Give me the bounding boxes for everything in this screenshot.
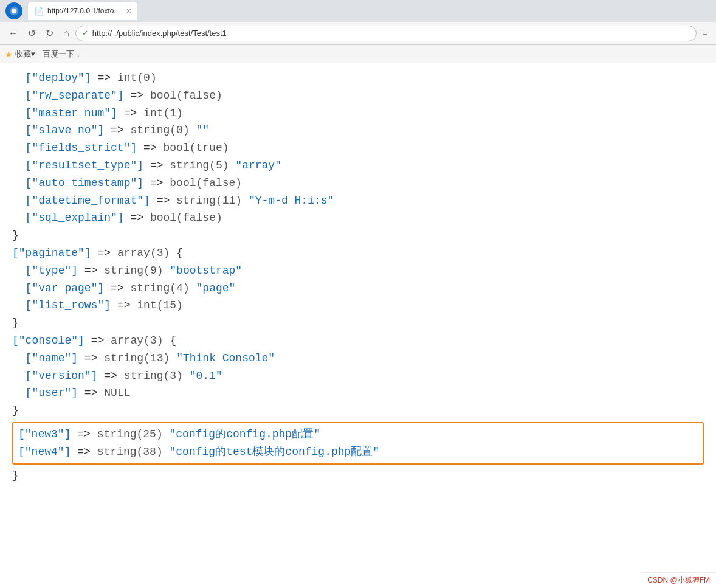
highlight-box: ["new3"] => string(25) "config的config.ph…: [12, 422, 704, 465]
back-button[interactable]: ←: [5, 26, 22, 41]
code-line-15: }: [12, 314, 704, 332]
code-line-01: ["deploy"] => int(0): [12, 69, 704, 87]
refresh-icon: ↺: [28, 28, 36, 38]
forward-icon: ↻: [46, 28, 53, 38]
bookmark-favorites[interactable]: ★ 收藏▾: [5, 49, 35, 60]
title-bar: 📄 http://127.0.0.1/foxto... ×: [0, 0, 716, 22]
code-line-12: ["type"] => string(9) "bootstrap": [12, 262, 704, 280]
code-line-06: ["resultset_type"] => string(5) "array": [12, 157, 704, 175]
code-line-20: }: [12, 402, 704, 420]
code-line-11: ["paginate"] => array(3) {: [12, 244, 704, 262]
code-line-05: ["fields_strict"] => bool(true): [12, 139, 704, 157]
code-highlight-line-2: ["new4"] => string(38) "config的test模块的co…: [18, 443, 698, 461]
branding-label: CSDN @小狐狸FM: [647, 576, 710, 584]
code-line-02: ["rw_separate"] => bool(false): [12, 87, 704, 105]
tab-close-button[interactable]: ×: [126, 6, 131, 16]
browser-tab[interactable]: 📄 http://127.0.0.1/foxto... ×: [28, 2, 137, 20]
bookmark-baidu[interactable]: 百度一下，: [43, 49, 82, 60]
address-bar[interactable]: ✓ http:// ./public/index.php/test/Test/t…: [75, 26, 697, 41]
code-line-03: ["master_num"] => int(1): [12, 105, 704, 122]
menu-button[interactable]: ≡: [699, 26, 711, 40]
security-icon: ✓: [82, 29, 89, 38]
code-line-07: ["auto_timestamp"] => bool(false): [12, 175, 704, 192]
code-line-final: }: [12, 467, 704, 485]
address-text: http:// ./public/index.php/test/Test/tes…: [92, 29, 690, 38]
tab-favicon: 📄: [34, 7, 44, 16]
code-line-10: }: [12, 227, 704, 244]
home-icon: ⌂: [63, 28, 69, 38]
forward-button[interactable]: ↻: [42, 25, 57, 41]
branding-bar: CSDN @小狐狸FM: [641, 572, 716, 588]
code-line-09: ["sql_explain"] => bool(false): [12, 209, 704, 227]
browser-logo: [5, 2, 23, 20]
code-line-19: ["user"] => NULL: [12, 384, 704, 402]
svg-point-1: [12, 9, 16, 13]
code-line-14: ["list_rows"] => int(15): [12, 297, 704, 314]
menu-icon: ≡: [703, 29, 707, 38]
home-button[interactable]: ⌂: [60, 26, 73, 41]
code-line-04: ["slave_no"] => string(0) "": [12, 122, 704, 139]
bookmark-baidu-label: 百度一下，: [43, 49, 82, 60]
code-line-16: ["console"] => array(3) {: [12, 332, 704, 350]
code-line-13: ["var_page"] => string(4) "page": [12, 280, 704, 297]
code-highlight-line-1: ["new3"] => string(25) "config的config.ph…: [18, 426, 698, 443]
bookmark-favorites-label: 收藏▾: [15, 49, 35, 60]
star-icon: ★: [5, 49, 13, 59]
code-line-08: ["datetime_format"] => string(11) "Y-m-d…: [12, 192, 704, 210]
tab-title: http://127.0.0.1/foxto...: [47, 7, 120, 15]
bookmarks-bar: ★ 收藏▾ 百度一下，: [0, 45, 716, 63]
navigation-bar: ← ↺ ↻ ⌂ ✓ http:// ./public/index.php/tes…: [0, 22, 716, 45]
refresh-button[interactable]: ↺: [24, 25, 40, 41]
code-line-18: ["version"] => string(3) "0.1": [12, 367, 704, 385]
code-line-17: ["name"] => string(13) "Think Console": [12, 350, 704, 367]
content-area: ["deploy"] => int(0) ["rw_separate"] => …: [0, 63, 716, 496]
